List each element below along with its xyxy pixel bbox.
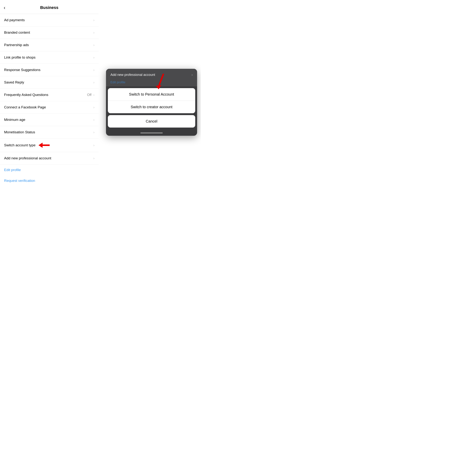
faq-badge: Off <box>87 93 91 97</box>
annotation-arrow-left <box>38 143 50 148</box>
menu-item-partnership-ads[interactable]: Partnership ads › <box>0 39 99 51</box>
bottom-sheet: Add new professional account › Edit prof… <box>106 69 197 136</box>
edit-profile-link[interactable]: Edit profile <box>0 165 99 175</box>
page-header: ‹ Business <box>0 0 99 14</box>
menu-item-minimum-age[interactable]: Minimum age › <box>0 114 99 126</box>
menu-item-faq[interactable]: Frequently Asked Questions Off › <box>0 89 99 101</box>
chevron-icon: › <box>93 130 94 134</box>
menu-item-monetisation-status[interactable]: Monetisation Status › <box>0 126 99 138</box>
menu-item-ad-payments[interactable]: Ad payments › <box>0 14 99 26</box>
chevron-icon: › <box>93 143 94 147</box>
business-settings-panel: ‹ Business Ad payments › Branded content… <box>0 0 99 186</box>
chevron-icon: › <box>93 156 94 160</box>
cancel-button[interactable]: Cancel <box>108 115 195 128</box>
sheet-header-label: Add new professional account <box>110 73 155 77</box>
page-title: Business <box>40 5 58 10</box>
request-verification-link[interactable]: Request verification <box>0 175 99 186</box>
switch-personal-button[interactable]: Switch to Personal Account <box>108 88 195 101</box>
menu-item-switch-account-type[interactable]: Switch account type › <box>0 138 99 152</box>
chevron-icon: › <box>93 93 94 97</box>
sheet-edit-profile: Edit profile <box>106 79 197 86</box>
menu-item-branded-content[interactable]: Branded content › <box>0 26 99 39</box>
switch-creator-button[interactable]: Switch to creator account <box>108 101 195 113</box>
back-button[interactable]: ‹ <box>4 5 5 11</box>
home-indicator <box>106 131 197 136</box>
chevron-icon: › <box>93 81 94 85</box>
menu-list: Ad payments › Branded content › Partners… <box>0 14 99 165</box>
chevron-icon: › <box>93 43 94 47</box>
chevron-icon: › <box>93 68 94 72</box>
menu-item-add-professional[interactable]: Add new professional account › <box>0 152 99 165</box>
menu-item-link-profile[interactable]: Link profile to shops › <box>0 51 99 64</box>
chevron-icon: › <box>93 105 94 109</box>
menu-item-saved-reply[interactable]: Saved Reply › <box>0 76 99 89</box>
sheet-options-group: Switch to Personal Account Switch to cre… <box>108 88 195 113</box>
menu-item-connect-facebook[interactable]: Connect a Facebook Page › <box>0 101 99 114</box>
sheet-chevron-icon: › <box>191 73 193 77</box>
menu-item-response-suggestions[interactable]: Response Suggestions › <box>0 64 99 76</box>
chevron-icon: › <box>93 31 94 34</box>
sheet-header: Add new professional account › <box>106 69 197 79</box>
chevron-icon: › <box>93 118 94 122</box>
chevron-icon: › <box>93 18 94 22</box>
chevron-icon: › <box>93 56 94 60</box>
